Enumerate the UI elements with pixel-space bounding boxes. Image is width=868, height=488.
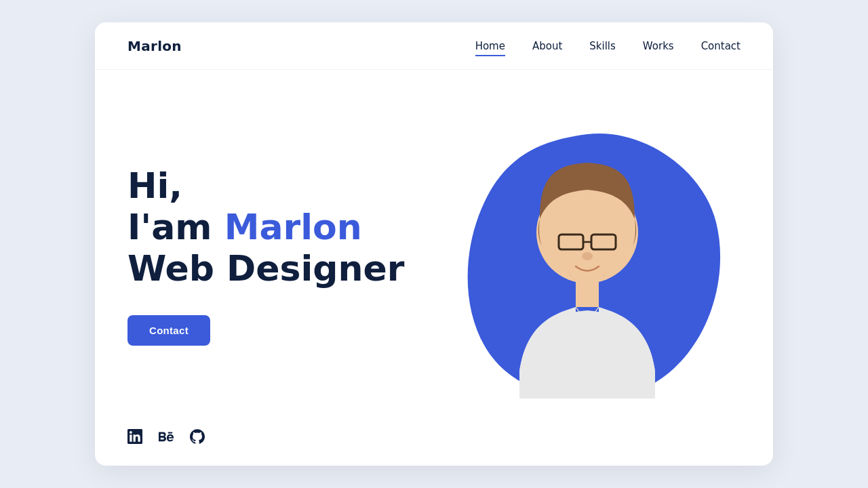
hero-intro-prefix: I'am: [127, 207, 224, 247]
nav-link-home[interactable]: Home: [475, 40, 505, 56]
nav-link-skills[interactable]: Skills: [589, 40, 616, 55]
social-bar: [95, 429, 773, 466]
linkedin-svg: [127, 429, 142, 444]
brand-logo: Marlon: [127, 38, 182, 54]
contact-button[interactable]: Contact: [127, 315, 210, 346]
nav-link-contact[interactable]: Contact: [701, 40, 741, 55]
hero-illustration: [452, 114, 723, 399]
hero-content: Hi, I'am Marlon Web Designer Contact: [127, 167, 434, 346]
behance-icon[interactable]: [159, 429, 174, 444]
hero-image-area: [434, 114, 741, 399]
linkedin-icon[interactable]: [127, 429, 142, 444]
github-icon[interactable]: [190, 429, 205, 444]
behance-svg: [159, 429, 174, 444]
hero-title: Web Designer: [127, 249, 434, 288]
hero-section: Hi, I'am Marlon Web Designer Contact: [95, 70, 773, 429]
svg-point-4: [582, 252, 593, 260]
nav-menu: Home About Skills Works Contact: [475, 39, 741, 52]
hero-name: Marlon: [224, 207, 362, 247]
hero-name-line: I'am Marlon: [127, 208, 434, 247]
nav-item-skills[interactable]: Skills: [589, 39, 616, 52]
nav-link-works[interactable]: Works: [643, 40, 674, 55]
hero-greeting: Hi,: [127, 167, 434, 205]
nav-item-contact[interactable]: Contact: [701, 39, 741, 52]
nav-item-works[interactable]: Works: [643, 39, 674, 52]
nav-item-about[interactable]: About: [532, 39, 562, 52]
svg-rect-5: [576, 280, 599, 307]
github-svg: [190, 429, 205, 444]
nav-item-home[interactable]: Home: [475, 39, 505, 52]
nav-link-about[interactable]: About: [532, 40, 562, 55]
navbar: Marlon Home About Skills Works Contact: [95, 22, 773, 70]
browser-window: Marlon Home About Skills Works Contact H…: [95, 22, 773, 466]
